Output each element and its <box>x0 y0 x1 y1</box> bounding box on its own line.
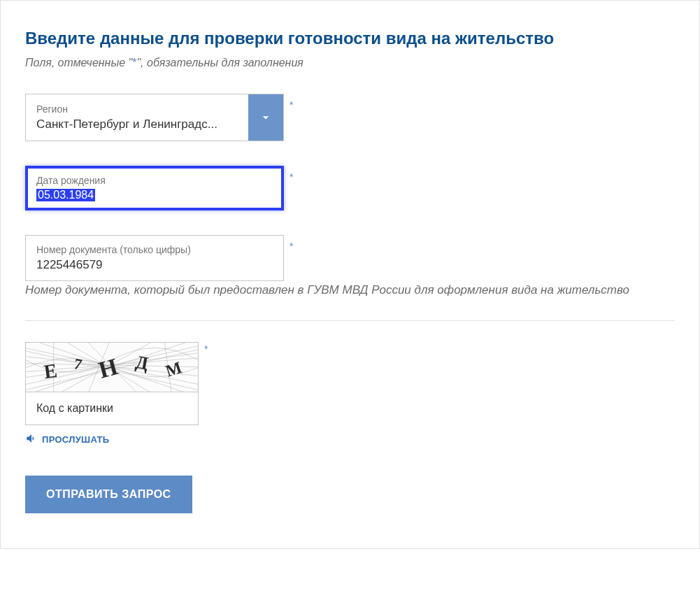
required-fields-note: Поля, отмеченные "*", обязательны для за… <box>25 57 675 69</box>
region-label: Регион <box>36 103 238 115</box>
docnum-hint: Номер документа, который был предоставле… <box>25 281 655 299</box>
docnum-value: 1225446579 <box>36 258 273 272</box>
captcha-block: * Е 7 Н Д М <box>25 342 199 425</box>
captcha-characters: Е 7 Н Д М <box>26 343 198 392</box>
required-star: * <box>290 241 293 252</box>
form-container: Введите данные для проверки готовности в… <box>0 0 700 549</box>
docnum-field-row: Номер документа (только цифры) 122544657… <box>25 235 675 281</box>
required-star: * <box>290 171 293 183</box>
speaker-icon <box>25 432 38 448</box>
required-star: * <box>204 343 208 355</box>
chevron-down-icon[interactable] <box>248 94 283 141</box>
captcha-input[interactable]: Код с картинки <box>25 392 199 425</box>
submit-button[interactable]: ОТПРАВИТЬ ЗАПРОС <box>25 476 192 513</box>
docnum-input[interactable]: Номер документа (только цифры) 122544657… <box>25 235 284 281</box>
birthdate-value: 05.03.1984 <box>36 189 95 201</box>
birthdate-field-row: Дата рождения 05.03.1984 * <box>25 166 675 210</box>
divider <box>25 320 675 321</box>
captcha-listen-button[interactable]: ПРОСЛУШАТЬ <box>25 432 675 448</box>
captcha-image: Е 7 Н Д М <box>25 342 199 392</box>
region-value: Санкт-Петербург и Ленинградс... <box>36 117 238 131</box>
region-field-row: Регион Санкт-Петербург и Ленинградс... * <box>25 94 675 141</box>
required-star: * <box>290 99 293 110</box>
page-title: Введите данные для проверки готовности в… <box>25 29 675 48</box>
docnum-label: Номер документа (только цифры) <box>36 244 273 255</box>
captcha-listen-label: ПРОСЛУШАТЬ <box>42 434 109 445</box>
birthdate-input[interactable]: Дата рождения 05.03.1984 <box>25 166 284 210</box>
region-select[interactable]: Регион Санкт-Петербург и Ленинградс... <box>25 94 284 141</box>
birthdate-label: Дата рождения <box>36 175 273 186</box>
